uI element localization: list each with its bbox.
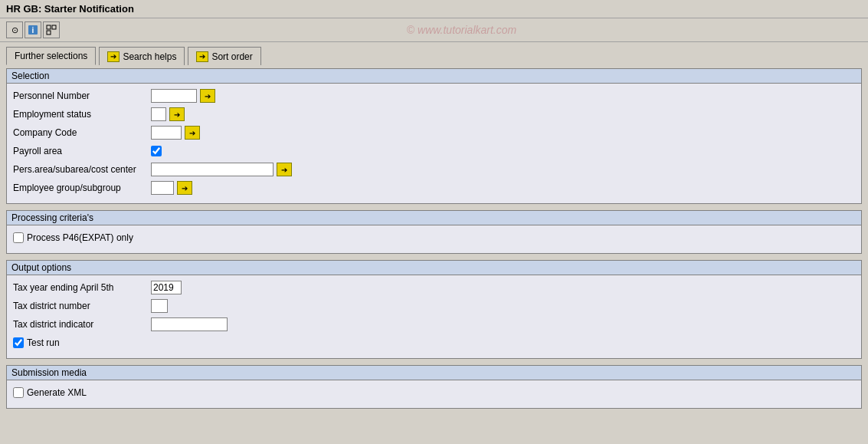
toolbar-btn-grid[interactable]	[43, 21, 60, 38]
tab-further-selections[interactable]: Further selections	[6, 47, 96, 65]
title-bar: HR GB: Starter Notification	[0, 0, 868, 18]
input-company-code[interactable]	[151, 126, 182, 140]
selection-body: Personnel Number ➔ Employment status ➔ C…	[7, 84, 861, 203]
processing-header: Processing criteria's	[7, 211, 861, 225]
arrow-btn-company-code[interactable]: ➔	[185, 126, 200, 140]
toolbar: ⊙ i © www.tutorialkart.com	[0, 18, 868, 42]
tab-arrow-search: ➔	[107, 51, 120, 62]
processing-section: Processing criteria's Process P46(EXPAT)…	[6, 210, 862, 254]
watermark: © www.tutorialkart.com	[61, 24, 862, 36]
processing-body: Process P46(EXPAT) only	[7, 225, 861, 253]
tab-search-helps-label: Search helps	[123, 51, 176, 62]
output-body: Tax year ending April 5th Tax district n…	[7, 275, 861, 358]
field-row-tax-district-number: Tax district number	[13, 298, 855, 314]
tab-further-selections-label: Further selections	[15, 51, 87, 61]
label-employee-group: Employee group/subgroup	[13, 183, 151, 193]
svg-rect-3	[52, 25, 56, 29]
label-personnel-number: Personnel Number	[13, 90, 151, 101]
input-tax-year[interactable]	[151, 281, 182, 294]
arrow-btn-employment-status[interactable]: ➔	[169, 107, 185, 121]
label-pers-area: Pers.area/subarea/cost center	[13, 164, 151, 175]
field-row-employment-status: Employment status ➔	[13, 107, 855, 122]
output-section: Output options Tax year ending April 5th…	[6, 260, 862, 359]
tab-sort-order[interactable]: ➔ Sort order	[188, 47, 260, 65]
arrow-btn-employee-group[interactable]: ➔	[177, 181, 192, 195]
input-employee-group[interactable]	[151, 181, 174, 195]
label-tax-district-indicator: Tax district indicator	[13, 319, 151, 330]
field-row-test-run: Test run	[13, 335, 855, 350]
input-tax-district-number[interactable]	[151, 299, 168, 313]
field-row-tax-year: Tax year ending April 5th	[13, 280, 855, 295]
label-employment-status: Employment status	[13, 109, 151, 120]
toolbar-btn-info[interactable]: i	[25, 21, 41, 38]
toolbar-btn-back[interactable]: ⊙	[6, 21, 23, 38]
submission-header: Submission media	[7, 366, 861, 380]
field-row-payroll-area: Payroll area	[13, 143, 855, 159]
label-payroll-area: Payroll area	[13, 146, 151, 156]
checkbox-process-p46[interactable]	[13, 232, 24, 243]
input-employment-status[interactable]	[151, 107, 166, 121]
label-company-code: Company Code	[13, 127, 151, 138]
tab-search-helps[interactable]: ➔ Search helps	[99, 47, 185, 65]
field-row-personnel-number: Personnel Number ➔	[13, 88, 855, 104]
main-content: Selection Personnel Number ➔ Employment …	[0, 65, 868, 418]
selection-header: Selection	[7, 69, 861, 84]
tab-sort-order-label: Sort order	[211, 51, 252, 62]
label-tax-district-number: Tax district number	[13, 301, 151, 311]
label-test-run: Test run	[27, 337, 60, 348]
label-process-p46: Process P46(EXPAT) only	[27, 232, 133, 243]
svg-rect-2	[47, 25, 51, 29]
page-title: HR GB: Starter Notification	[6, 3, 134, 15]
checkbox-test-run[interactable]	[13, 337, 24, 348]
field-row-generate-xml: Generate XML	[13, 385, 855, 400]
field-row-process-p46: Process P46(EXPAT) only	[13, 230, 855, 245]
field-row-employee-group: Employee group/subgroup ➔	[13, 180, 855, 196]
checkbox-generate-xml[interactable]	[13, 387, 24, 398]
svg-rect-4	[47, 31, 51, 35]
selection-section: Selection Personnel Number ➔ Employment …	[6, 68, 862, 204]
input-pers-area[interactable]	[151, 163, 274, 176]
submission-body: Generate XML	[7, 380, 861, 408]
output-header: Output options	[7, 261, 861, 275]
checkbox-payroll-area[interactable]	[151, 146, 162, 156]
arrow-btn-personnel-number[interactable]: ➔	[200, 89, 215, 103]
field-row-tax-district-indicator: Tax district indicator	[13, 317, 855, 332]
tabs-bar: Further selections ➔ Search helps ➔ Sort…	[0, 42, 868, 65]
label-generate-xml: Generate XML	[27, 387, 87, 398]
svg-text:i: i	[32, 26, 34, 35]
arrow-btn-pers-area[interactable]: ➔	[277, 163, 292, 176]
tab-arrow-sort: ➔	[196, 51, 208, 62]
input-personnel-number[interactable]	[151, 89, 197, 103]
field-row-company-code: Company Code ➔	[13, 125, 855, 140]
submission-section: Submission media Generate XML	[6, 365, 862, 409]
field-row-pers-area: Pers.area/subarea/cost center ➔	[13, 162, 855, 177]
input-tax-district-indicator[interactable]	[151, 317, 228, 331]
label-tax-year: Tax year ending April 5th	[13, 282, 151, 293]
